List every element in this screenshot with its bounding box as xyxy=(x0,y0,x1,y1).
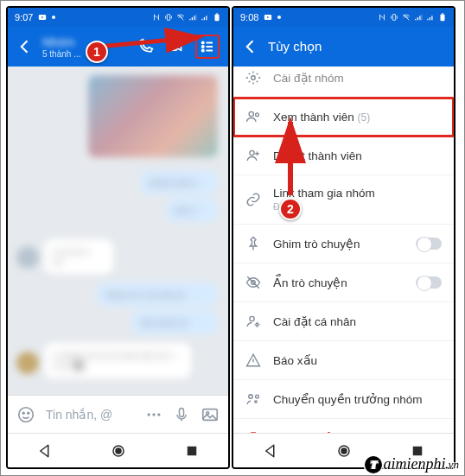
android-nav xyxy=(8,433,228,467)
svg-point-10 xyxy=(28,412,29,414)
option-report[interactable]: Báo xấu xyxy=(233,341,454,380)
dot-icon xyxy=(277,16,281,19)
chat-title: Nhóm xyxy=(42,35,124,49)
wifi-off-icon xyxy=(176,13,185,22)
option-label: Ẩn trò chuyện xyxy=(273,276,404,289)
svg-point-26 xyxy=(256,113,259,117)
option-label: Link tham gia nhóm xyxy=(273,187,375,200)
link-icon xyxy=(245,192,261,207)
svg-point-8 xyxy=(19,407,34,422)
chat-image[interactable] xyxy=(88,75,218,157)
option-label: Cài đặt cá nhân xyxy=(273,314,442,328)
svg-rect-4 xyxy=(169,43,177,50)
option-hide[interactable]: Ẩn trò chuyện xyxy=(233,263,454,302)
status-bar: 9:08 xyxy=(233,8,454,27)
svg-point-6 xyxy=(202,46,204,48)
options-title: Tùy chọn xyxy=(268,39,322,54)
option-label: Chuyển quyền trưởng nhóm xyxy=(273,392,442,406)
dot-icon xyxy=(52,16,55,19)
image-icon[interactable] xyxy=(201,405,220,424)
option-pin[interactable]: Ghim trò chuyện xyxy=(233,225,454,263)
call-icon[interactable] xyxy=(137,38,154,55)
nav-back-icon[interactable] xyxy=(263,443,278,459)
svg-rect-21 xyxy=(392,15,395,21)
nav-home-icon[interactable] xyxy=(111,443,126,459)
member-count: (5) xyxy=(358,111,371,124)
svg-point-27 xyxy=(250,150,254,155)
chat-header: Nhóm 5 thành ... xyxy=(8,27,228,67)
menu-list-icon xyxy=(200,39,215,54)
mic-icon[interactable] xyxy=(173,406,190,423)
option-sublabel: Đã tắt xyxy=(273,202,296,212)
svg-rect-1 xyxy=(167,15,169,21)
back-icon[interactable] xyxy=(16,38,34,55)
battery-icon xyxy=(213,13,221,22)
signal-icon xyxy=(426,13,435,22)
option-clear-history[interactable]: Xóa lịch sử trò chuyện xyxy=(233,419,454,433)
nav-back-icon[interactable] xyxy=(37,443,53,459)
svg-point-34 xyxy=(341,448,347,454)
option-view-members[interactable]: Xem thành viên (5) xyxy=(233,98,454,136)
chat-subtitle: 5 thành ... xyxy=(42,49,124,59)
members-icon xyxy=(245,109,261,124)
nfc-icon xyxy=(152,13,161,22)
option-label: Cài đặt nhóm xyxy=(273,71,442,85)
option-group-settings[interactable]: Cài đặt nhóm xyxy=(233,67,454,98)
hide-toggle[interactable] xyxy=(416,276,442,289)
clock: 9:07 xyxy=(15,12,33,22)
options-header: Tùy chọn xyxy=(233,27,454,67)
warning-icon xyxy=(245,352,261,368)
sticker-icon[interactable] xyxy=(16,405,35,424)
option-label: Ghim trò chuyện xyxy=(273,237,404,251)
transfer-icon xyxy=(245,391,261,407)
option-label: Báo xấu xyxy=(273,353,442,367)
option-transfer[interactable]: Chuyển quyền trưởng nhóm xyxy=(233,380,454,419)
svg-rect-23 xyxy=(442,13,444,14)
svg-point-32 xyxy=(256,395,259,398)
option-approve-members[interactable]: Duyệt thành viên xyxy=(233,136,454,175)
add-member-icon xyxy=(245,148,261,163)
eye-off-icon xyxy=(245,275,261,290)
youtube-icon xyxy=(264,13,272,22)
vibrate-icon xyxy=(164,13,173,22)
svg-point-18 xyxy=(116,448,121,454)
svg-point-12 xyxy=(152,413,155,416)
option-label: Duyệt thành viên xyxy=(273,149,442,162)
pin-toggle[interactable] xyxy=(416,238,442,250)
svg-point-25 xyxy=(249,111,253,116)
option-label: Xem thành viên xyxy=(273,111,354,124)
more-icon[interactable] xyxy=(145,406,162,423)
menu-button[interactable] xyxy=(195,35,220,59)
vibrate-icon xyxy=(390,13,398,22)
phone-right: 9:08 Tùy chọn Cài đặt nhóm xyxy=(232,6,455,469)
chat-input-bar: Tin nhắn, @ xyxy=(8,395,228,433)
option-personal[interactable]: Cài đặt cá nhân xyxy=(233,302,454,341)
nav-recent-icon[interactable] xyxy=(410,443,425,459)
pin-icon xyxy=(245,236,261,251)
signal-icon xyxy=(414,13,423,22)
svg-rect-3 xyxy=(216,13,219,14)
message-input[interactable]: Tin nhắn, @ xyxy=(46,408,135,422)
nav-home-icon[interactable] xyxy=(336,443,352,459)
nfc-icon xyxy=(378,13,386,22)
svg-point-5 xyxy=(202,41,204,43)
user-gear-icon xyxy=(245,314,261,329)
wifi-off-icon xyxy=(402,13,411,22)
svg-rect-35 xyxy=(412,446,422,455)
clock: 9:08 xyxy=(240,12,258,22)
nav-recent-icon[interactable] xyxy=(184,443,200,459)
youtube-icon xyxy=(38,13,47,22)
options-list[interactable]: Cài đặt nhóm Xem thành viên (5) Duyệt th… xyxy=(233,67,454,433)
option-invite-link[interactable]: Link tham gia nhóm Đã tắt xyxy=(233,175,454,225)
back-icon[interactable] xyxy=(242,38,259,55)
android-nav xyxy=(233,433,454,467)
svg-point-30 xyxy=(256,323,258,326)
svg-rect-14 xyxy=(180,408,184,416)
svg-point-9 xyxy=(22,412,24,414)
svg-point-7 xyxy=(202,49,204,51)
battery-icon xyxy=(438,13,447,22)
video-icon[interactable] xyxy=(166,38,183,55)
svg-point-29 xyxy=(250,316,254,321)
chat-body[interactable]: xxxxx xxx x xxx x x xx xx xxx xxxx xx x … xyxy=(8,67,228,395)
status-bar: 9:07 xyxy=(8,8,228,27)
